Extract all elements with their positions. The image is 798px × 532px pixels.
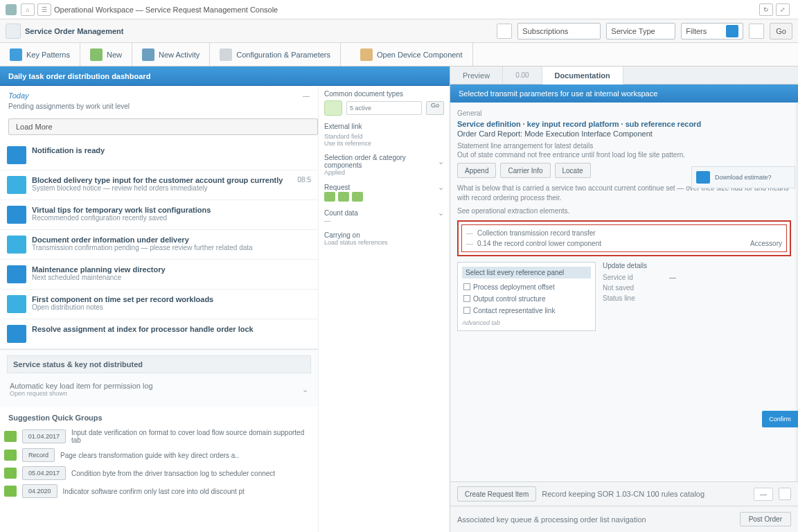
bar-pill[interactable]: —	[754, 488, 773, 501]
activity-icon	[142, 48, 154, 61]
refresh-icon[interactable]: ↻	[759, 3, 773, 16]
flag-icon	[4, 468, 17, 479]
doc-icon	[324, 100, 342, 116]
chevron-down-icon[interactable]: ⌄	[438, 157, 444, 166]
listbox-item[interactable]: Process deployment offset	[462, 281, 591, 293]
doc-line: Statement line arrangement for latest de…	[457, 142, 791, 150]
download-icon	[696, 171, 710, 184]
list-item[interactable]: Notification is ready	[0, 141, 318, 170]
today-section-subtitle: Pending assignments by work unit level	[0, 103, 318, 114]
search-service-type[interactable]: Service Type	[606, 23, 675, 39]
suggestion-row[interactable]: Record Page clears transformation guide …	[4, 448, 314, 462]
suggestion-list: 01.04.2017 Input date verification on fo…	[0, 426, 318, 501]
doc-count-field[interactable]: 5 active	[346, 101, 422, 115]
module-icon	[6, 24, 21, 39]
search-subscriptions[interactable]: Subscriptions	[517, 23, 601, 39]
flag-icon	[4, 431, 17, 442]
task-badge-icon	[7, 206, 26, 224]
bar-settings-icon[interactable]	[779, 488, 791, 500]
task-badge-icon	[7, 236, 26, 254]
home-control[interactable]: ⌂	[21, 3, 35, 16]
context-bar: Service Order Management Subscriptions S…	[0, 19, 798, 43]
tab-documentation[interactable]: Documentation	[542, 66, 623, 85]
suggestion-row[interactable]: 05.04.2017 Condition byte from the drive…	[4, 466, 314, 480]
doc-heading: Service definition · key input record pl…	[457, 120, 791, 128]
lastrow-text: Associated key queue & processing order …	[457, 515, 740, 524]
suggestion-row[interactable]: 01.04.2017 Input date verification on fo…	[4, 429, 314, 444]
right-bar-1: Create Request Item Record keeping SOR 1…	[450, 481, 798, 506]
right-bar-2: Associated key queue & processing order …	[450, 506, 798, 532]
today-section-title: Today	[8, 91, 29, 100]
chevron-down-icon[interactable]: ⌄	[438, 209, 444, 218]
task-badge-icon	[7, 265, 26, 283]
reference-listbox: Select list every reference panel Proces…	[457, 262, 596, 331]
tab-value[interactable]: 0.00	[503, 66, 542, 84]
post-order-button[interactable]: Post Order	[740, 512, 791, 526]
lookup-icon[interactable]	[497, 24, 512, 39]
device-icon	[360, 48, 373, 61]
footer-row[interactable]: Automatic key load item for permission l…	[7, 378, 311, 401]
mini-icon-row	[324, 192, 444, 202]
checkbox[interactable]	[463, 295, 470, 302]
chevron-down-icon: ⌄	[302, 385, 308, 394]
load-more-button[interactable]: Load More	[8, 118, 318, 135]
status-footer-head: Service status & key not distributed	[7, 355, 311, 373]
right-tabstrip: Preview 0.00 Documentation	[450, 66, 798, 85]
locate-button[interactable]: Locate	[555, 163, 591, 178]
menu-control[interactable]: ☰	[37, 3, 51, 16]
carrier-info-button[interactable]: Carrier Info	[500, 163, 550, 178]
task-list: Notification is ready Blocked delivery t…	[0, 141, 318, 349]
bar-text: Record keeping SOR 1.03-CN 100 rules cat…	[542, 490, 748, 498]
task-badge-icon	[7, 146, 26, 164]
list-item[interactable]: Document order information under deliver…	[0, 230, 318, 260]
confirm-button[interactable]: Confirm	[762, 411, 798, 427]
create-request-button[interactable]: Create Request Item	[457, 486, 536, 502]
checkbox[interactable]	[463, 307, 470, 314]
details-keyvalue: Update details Service id— Not saved Sta…	[603, 262, 791, 331]
pattern-icon	[10, 48, 22, 61]
list-item[interactable]: Virtual tips for temporary work list con…	[0, 200, 318, 230]
tool-new-activity[interactable]: New Activity	[132, 43, 210, 66]
tab-preview[interactable]: Preview	[450, 66, 503, 84]
flag-icon	[4, 450, 17, 461]
expand-icon[interactable]: ⤢	[776, 3, 790, 16]
task-badge-icon	[7, 325, 26, 343]
search-filters[interactable]: Filters	[681, 23, 743, 39]
suggestion-row[interactable]: 04.2020 Indicator software confirm only …	[4, 484, 314, 498]
alert-box: —Collection transmission record transfer…	[457, 220, 791, 256]
chevron-down-icon[interactable]: ⌄	[438, 183, 444, 192]
search-settings-icon[interactable]	[749, 24, 764, 39]
command-toolbar: Key Patterns New New Activity Configurat…	[0, 43, 798, 66]
list-item[interactable]: Resolve assignment at index for processo…	[0, 319, 318, 349]
doc-subheading: Order Card Report: Mode Execution Interf…	[457, 130, 791, 138]
list-item[interactable]: First component on time set per record w…	[0, 290, 318, 319]
left-panel-header: Daily task order distribution dashboard	[0, 66, 450, 86]
module-label: Service Order Management	[25, 27, 123, 35]
list-item[interactable]: Maintenance planning view directory Next…	[0, 260, 318, 290]
tool-configuration[interactable]: Configuration & Parameters	[210, 43, 341, 66]
window-title: Operational Workspace — Service Request …	[54, 6, 278, 14]
listbox-item[interactable]: Contact representative link	[462, 305, 591, 317]
suggestion-section-title: Suggestion Quick Groups	[0, 407, 318, 426]
tool-open-device[interactable]: Open Device Component	[351, 43, 473, 66]
search-go-button[interactable]: Go	[770, 23, 792, 39]
window-titlebar: ⌂ ☰ Operational Workspace — Service Requ…	[0, 0, 798, 19]
task-badge-icon	[7, 176, 26, 194]
flag-icon	[4, 486, 17, 497]
append-button[interactable]: Append	[457, 163, 496, 178]
plus-icon	[90, 48, 103, 61]
left-aux-column: Common document types 5 active Go Extern…	[318, 86, 450, 532]
list-item[interactable]: Blocked delivery type input for the cust…	[0, 170, 318, 200]
tool-key-patterns[interactable]: Key Patterns	[0, 43, 80, 66]
breadcrumb: General	[457, 109, 791, 117]
download-card[interactable]: Download estimate?	[691, 166, 795, 188]
filters-go-icon[interactable]	[726, 25, 738, 37]
today-section-meta: —	[303, 92, 310, 100]
doc-paragraph: See operational extraction elements.	[457, 206, 791, 216]
gear-icon	[220, 48, 232, 61]
checkbox[interactable]	[463, 283, 470, 290]
right-panel-header: Selected transmit parameters for use at …	[450, 85, 798, 103]
tool-new[interactable]: New	[80, 43, 132, 66]
doc-go-button[interactable]: Go	[426, 101, 444, 115]
listbox-item[interactable]: Output control structure	[462, 293, 591, 305]
